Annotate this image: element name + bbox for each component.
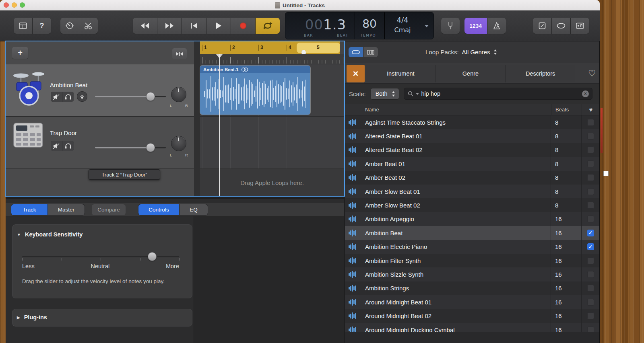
note-pad-button[interactable] [533, 18, 551, 34]
tab-eq[interactable]: EQ [180, 204, 208, 215]
track-name[interactable]: Trap Door [50, 129, 77, 136]
pan-knob[interactable] [171, 87, 186, 102]
search-clear-button[interactable]: × [582, 90, 589, 97]
volume-slider[interactable] [95, 92, 166, 101]
loop-row[interactable]: Ambition Strings 16 [345, 281, 599, 295]
add-track-button[interactable]: + [12, 47, 28, 59]
search-scope-chevron-icon[interactable] [416, 93, 419, 95]
lcd-key[interactable]: Cmaj [384, 26, 421, 34]
editors-button[interactable] [79, 18, 98, 34]
loop-favorite-checkbox[interactable] [587, 160, 594, 167]
library-button[interactable] [14, 18, 32, 34]
loop-row[interactable]: Around Midnight Ducking Cymbal 16 [345, 323, 599, 332]
cycle-button[interactable] [256, 18, 280, 34]
lcd-mode-chevron-icon[interactable] [425, 25, 429, 27]
smart-controls-button[interactable] [60, 18, 79, 34]
loop-favorite-checkbox[interactable] [587, 312, 594, 319]
quick-help-button[interactable]: ? [33, 18, 51, 34]
playhead[interactable] [219, 54, 220, 196]
loop-row[interactable]: Ambition Arpeggio 16 [345, 212, 599, 226]
track-row-trap-door[interactable]: Trap Door L R [6, 117, 344, 168]
close-window-button[interactable] [4, 2, 9, 8]
loop-favorite-checkbox[interactable] [587, 299, 594, 306]
filter-genre[interactable]: Genre [436, 65, 506, 82]
minimize-window-button[interactable] [12, 2, 17, 8]
zoom-window-button[interactable] [20, 2, 25, 8]
column-view-button[interactable] [363, 47, 378, 57]
loop-favorite-checkbox[interactable] [587, 146, 594, 153]
loop-favorite-checkbox[interactable] [587, 133, 594, 140]
loop-favorite-checkbox[interactable]: ✓ [587, 230, 594, 236]
loop-favorite-checkbox[interactable] [587, 257, 594, 264]
loop-row[interactable]: Ambition Electric Piano 16 ✓ [345, 240, 599, 254]
loop-row[interactable]: Amber Slow Beat 02 8 [345, 198, 599, 212]
timeline-ruler[interactable]: 12345 [200, 41, 340, 54]
track-name[interactable]: Ambition Beat [50, 82, 87, 88]
name-column-header[interactable]: Name [360, 107, 551, 113]
favorites-filter-icon[interactable]: ♡ [588, 69, 596, 78]
filter-instrument[interactable]: Instrument [366, 65, 436, 82]
solo-button[interactable] [62, 92, 74, 102]
compare-button[interactable]: Compare [92, 204, 126, 215]
keyboard-sensitivity-header[interactable]: ▼ Keyboard Sensitivity [12, 224, 192, 238]
sensitivity-slider-thumb[interactable] [148, 252, 157, 261]
volume-slider[interactable] [95, 143, 166, 152]
tab-controls[interactable]: Controls [138, 204, 179, 215]
metronome-button[interactable] [487, 18, 506, 34]
media-browser-button[interactable] [571, 18, 589, 34]
track-header-1[interactable]: Ambition Beat L R [6, 64, 194, 116]
loop-browser-button[interactable] [552, 18, 570, 34]
tuner-button[interactable] [441, 18, 460, 34]
loop-packs-dropdown[interactable]: Loop Packs: All Genres [425, 49, 497, 55]
catch-playhead-button[interactable] [172, 48, 187, 59]
filter-descriptors[interactable]: Descriptors [505, 65, 575, 82]
loop-favorite-checkbox[interactable] [587, 216, 594, 222]
loop-search-field[interactable]: × [404, 88, 592, 100]
go-to-beginning-button[interactable] [182, 18, 206, 34]
count-in-button[interactable]: 1234 [464, 18, 487, 34]
loop-favorite-checkbox[interactable]: ✓ [587, 243, 594, 250]
loop-favorite-checkbox[interactable] [587, 327, 594, 332]
loop-row[interactable]: Ambition Filter Synth 16 [345, 254, 599, 267]
loop-row[interactable]: Around Midnight Beat 01 16 [345, 295, 599, 309]
lcd-time-signature[interactable]: 4/4 [384, 16, 421, 24]
tab-master[interactable]: Master [48, 204, 85, 215]
loop-favorite-checkbox[interactable] [587, 188, 594, 195]
forward-button[interactable] [157, 18, 182, 34]
search-input[interactable] [421, 90, 580, 97]
volume-slider-thumb[interactable] [146, 92, 155, 101]
clear-filters-button[interactable]: × [347, 65, 365, 82]
loop-row[interactable]: Ambition Sizzle Synth 16 [345, 267, 599, 281]
input-monitoring-button[interactable] [77, 91, 87, 102]
loop-favorite-checkbox[interactable] [587, 119, 594, 126]
loop-favorite-checkbox[interactable] [587, 271, 594, 278]
lcd-display[interactable]: 001.3 BAR BEAT 80 TEMPO 4/4 Cmaj [285, 12, 434, 39]
solo-button[interactable] [62, 141, 74, 151]
loop-favorite-checkbox[interactable] [587, 202, 594, 209]
lcd-tempo-value[interactable]: 80 [355, 17, 384, 31]
favorites-column-header[interactable]: ♥ [582, 104, 600, 115]
play-button[interactable] [206, 18, 231, 34]
plugins-card[interactable]: ▶ Plug-ins [12, 309, 192, 327]
loop-row[interactable]: Altered State Beat 01 8 [345, 129, 599, 143]
audio-region-ambition-beat[interactable]: Ambition Beat.1 [200, 66, 310, 115]
record-button[interactable] [231, 18, 255, 34]
button-view-button[interactable] [349, 47, 363, 57]
loop-row[interactable]: Against Time Staccato Strings 8 [345, 115, 599, 129]
loop-favorite-checkbox[interactable] [587, 285, 594, 292]
volume-slider-thumb[interactable] [146, 143, 155, 152]
loop-row[interactable]: Around Midnight Beat 02 16 [345, 309, 599, 322]
mute-button[interactable] [51, 92, 62, 102]
loop-row[interactable]: Amber Beat 01 8 [345, 157, 599, 170]
mute-button[interactable] [51, 141, 62, 151]
tab-track[interactable]: Track [11, 204, 47, 215]
sensitivity-slider[interactable] [22, 252, 179, 261]
loop-row[interactable]: Altered State Beat 02 8 [345, 143, 599, 157]
beats-column-header[interactable]: Beats [551, 104, 582, 115]
rewind-button[interactable] [133, 18, 157, 34]
scale-dropdown[interactable]: Both [371, 88, 399, 99]
track-header-2[interactable]: Trap Door L R [6, 117, 194, 168]
loop-row[interactable]: Amber Beat 02 8 [345, 171, 599, 185]
loop-favorite-checkbox[interactable] [587, 174, 594, 181]
pan-knob[interactable] [171, 136, 186, 151]
